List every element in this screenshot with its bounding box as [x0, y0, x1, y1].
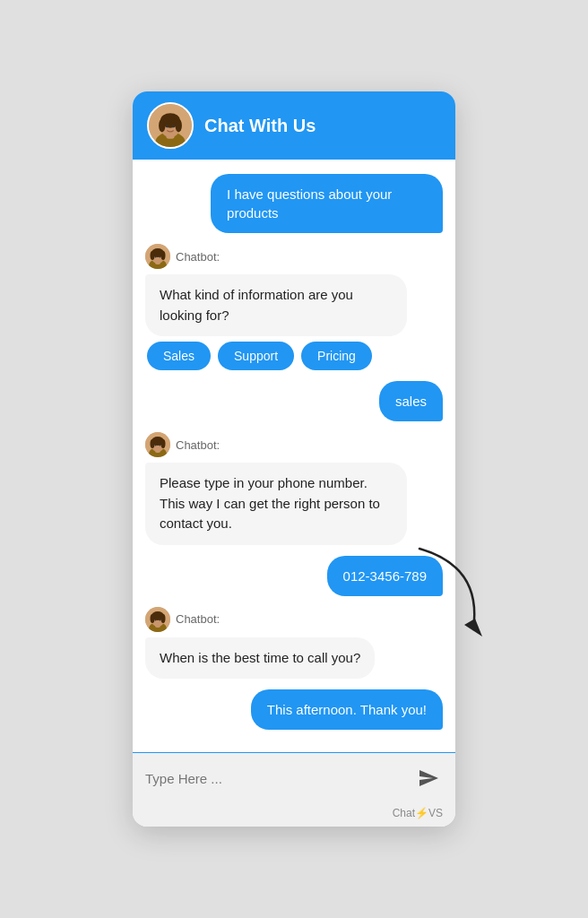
message-row: Chatbot: Please type in your phone numbe…	[145, 432, 443, 545]
chat-messages: I have questions about your products	[133, 160, 455, 752]
message-row: This afternoon. Thank you!	[145, 689, 443, 730]
bot-bubble: Please type in your phone number. This w…	[145, 463, 407, 545]
svg-point-7	[166, 126, 169, 128]
message-row: I have questions about your products	[145, 174, 443, 233]
bot-label-text: Chatbot:	[176, 438, 220, 452]
svg-point-16	[155, 256, 157, 258]
svg-point-5	[159, 119, 165, 133]
svg-point-14	[151, 251, 155, 260]
phone-wrapper: Chat With Us I have questions about your…	[124, 91, 464, 827]
message-row: sales	[145, 381, 443, 421]
chat-container: Chat With Us I have questions about your…	[133, 91, 455, 827]
svg-point-8	[172, 126, 175, 128]
svg-point-33	[161, 614, 166, 623]
svg-point-17	[160, 256, 161, 258]
bot-avatar	[145, 244, 170, 269]
send-icon	[418, 767, 439, 789]
quick-reply-support[interactable]: Support	[218, 342, 294, 370]
chat-header: Chat With Us	[133, 91, 455, 160]
brand-bolt: ⚡	[415, 807, 428, 819]
chat-input-area	[133, 753, 455, 803]
chat-branding: Chat⚡VS	[133, 803, 455, 827]
message-row: Chatbot: What kind of information are yo…	[145, 244, 443, 370]
send-button[interactable]	[414, 764, 443, 792]
message-row: 012-3456-789	[145, 556, 443, 596]
svg-point-15	[161, 251, 166, 260]
bot-label: Chatbot:	[145, 244, 220, 269]
quick-reply-sales[interactable]: Sales	[147, 342, 211, 370]
header-title: Chat With Us	[204, 116, 316, 136]
svg-point-25	[155, 445, 157, 446]
svg-point-24	[161, 439, 166, 448]
user-bubble: This afternoon. Thank you!	[251, 689, 443, 730]
svg-point-35	[160, 619, 161, 620]
bot-avatar	[145, 432, 170, 457]
brand-text: Chat⚡VS	[393, 807, 443, 819]
bot-label-text: Chatbot:	[176, 612, 220, 626]
bot-bubble: When is the best time to call you?	[145, 637, 375, 680]
bot-label: Chatbot:	[145, 607, 220, 632]
svg-point-32	[151, 614, 155, 623]
header-avatar	[147, 102, 194, 149]
quick-reply-pricing[interactable]: Pricing	[301, 342, 372, 370]
message-input[interactable]	[145, 771, 405, 786]
bot-avatar	[145, 607, 170, 632]
svg-point-34	[155, 619, 157, 620]
svg-marker-36	[464, 619, 482, 637]
bot-bubble: What kind of information are you looking…	[145, 274, 407, 336]
user-bubble: sales	[379, 381, 443, 421]
svg-point-6	[176, 119, 182, 133]
message-row: Chatbot: When is the best time to call y…	[145, 607, 443, 680]
bot-label-text: Chatbot:	[176, 250, 220, 264]
bot-label: Chatbot:	[145, 432, 220, 457]
user-bubble: 012-3456-789	[327, 556, 443, 596]
user-bubble: I have questions about your products	[211, 174, 443, 233]
bot-quick-replies: Sales Support Pricing	[145, 342, 372, 370]
svg-point-23	[151, 439, 155, 448]
svg-point-26	[160, 445, 161, 446]
